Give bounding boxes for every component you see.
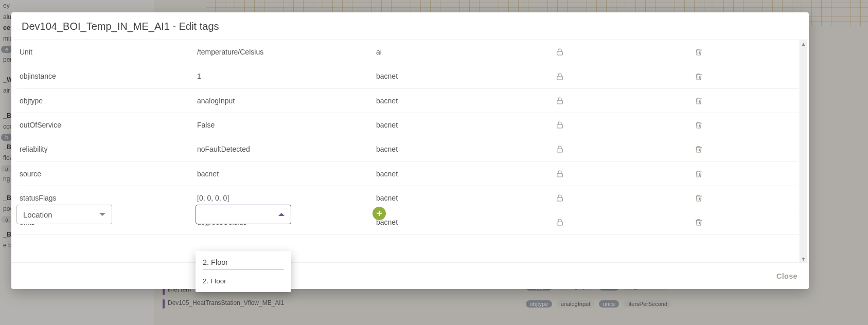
trash-icon[interactable] bbox=[694, 120, 703, 130]
svg-rect-5 bbox=[557, 173, 563, 177]
table-row: Unit/temperature/Celsiusai bbox=[16, 40, 799, 64]
tag-layer-cell: bacnet bbox=[373, 64, 552, 88]
close-button[interactable]: Close bbox=[776, 272, 798, 280]
chevron-up-icon bbox=[278, 213, 285, 216]
svg-rect-0 bbox=[557, 52, 563, 56]
tag-value-cell[interactable]: noFaultDetected bbox=[194, 137, 373, 161]
tag-key-cell[interactable]: reliability bbox=[16, 137, 194, 161]
value-dropdown[interactable]: 2. Floor 2. Floor bbox=[196, 251, 291, 292]
tag-key-cell[interactable]: objtype bbox=[16, 88, 194, 113]
tag-key-cell[interactable]: outOfService bbox=[16, 113, 194, 137]
tag-key-cell[interactable]: objinstance bbox=[16, 64, 194, 88]
plus-icon: + bbox=[376, 208, 382, 220]
lock-icon[interactable] bbox=[555, 169, 564, 178]
lock-icon[interactable] bbox=[555, 193, 564, 203]
table-row: objtypeanalogInputbacnet bbox=[16, 88, 799, 113]
edit-tags-modal: Dev104_BOI_Temp_IN_ME_AI1 - Edit tags Un… bbox=[11, 12, 809, 289]
new-tag-key-label: Location bbox=[23, 210, 52, 219]
svg-rect-2 bbox=[557, 100, 563, 104]
table-row: objinstance1bacnet bbox=[16, 64, 799, 88]
tag-value-cell[interactable]: bacnet bbox=[194, 161, 373, 186]
tag-key-cell[interactable]: source bbox=[16, 161, 194, 186]
tag-layer-cell: ai bbox=[373, 40, 552, 64]
trash-icon[interactable] bbox=[694, 145, 703, 154]
lock-icon[interactable] bbox=[555, 96, 564, 105]
tag-value-cell[interactable]: 1 bbox=[194, 64, 373, 88]
new-tag-key-select[interactable]: Location bbox=[16, 205, 112, 224]
modal-title: Dev104_BOI_Temp_IN_ME_AI1 - Edit tags bbox=[11, 12, 809, 40]
table-row: reliabilitynoFaultDetectedbacnet bbox=[16, 137, 799, 161]
trash-icon[interactable] bbox=[694, 169, 703, 178]
table-row: sourcebacnetbacnet bbox=[16, 161, 799, 186]
modal-footer: Close bbox=[11, 262, 809, 289]
trash-icon[interactable] bbox=[694, 47, 703, 57]
scroll-up-arrow-icon[interactable]: ▲ bbox=[800, 40, 807, 47]
new-tag-value-select[interactable] bbox=[196, 205, 291, 224]
lock-icon[interactable] bbox=[555, 120, 564, 130]
chevron-down-icon bbox=[99, 213, 105, 216]
tag-value-cell[interactable]: /temperature/Celsius bbox=[194, 40, 373, 64]
svg-rect-3 bbox=[557, 124, 563, 128]
tag-value-cell[interactable]: False bbox=[194, 113, 373, 137]
tag-layer-cell: bacnet bbox=[373, 88, 552, 113]
tag-key-cell[interactable]: Unit bbox=[16, 40, 194, 64]
add-tag-button[interactable]: + bbox=[373, 207, 386, 220]
dropdown-option[interactable]: 2. Floor bbox=[203, 270, 284, 286]
tag-layer-cell: bacnet bbox=[373, 113, 552, 137]
tag-layer-cell: bacnet bbox=[373, 161, 552, 186]
scrollbar[interactable]: ▲ ▼ bbox=[800, 40, 807, 262]
table-row: outOfServiceFalsebacnet bbox=[16, 113, 799, 137]
lock-icon[interactable] bbox=[555, 145, 564, 154]
modal-body: Unit/temperature/Celsiusaiobjinstance1ba… bbox=[11, 40, 809, 262]
svg-rect-4 bbox=[557, 149, 563, 153]
tag-layer-cell: bacnet bbox=[373, 137, 552, 161]
svg-rect-1 bbox=[557, 76, 563, 80]
trash-icon[interactable] bbox=[694, 72, 703, 81]
dropdown-search-input[interactable]: 2. Floor bbox=[203, 256, 284, 270]
lock-icon[interactable] bbox=[555, 72, 564, 81]
new-tag-row: Location + bbox=[16, 205, 804, 232]
tag-value-cell[interactable]: analogInput bbox=[194, 88, 373, 113]
trash-icon[interactable] bbox=[694, 193, 703, 203]
scroll-down-arrow-icon[interactable]: ▼ bbox=[800, 255, 807, 262]
svg-rect-6 bbox=[557, 197, 563, 201]
trash-icon[interactable] bbox=[694, 96, 703, 105]
unlock-icon[interactable] bbox=[555, 47, 564, 57]
